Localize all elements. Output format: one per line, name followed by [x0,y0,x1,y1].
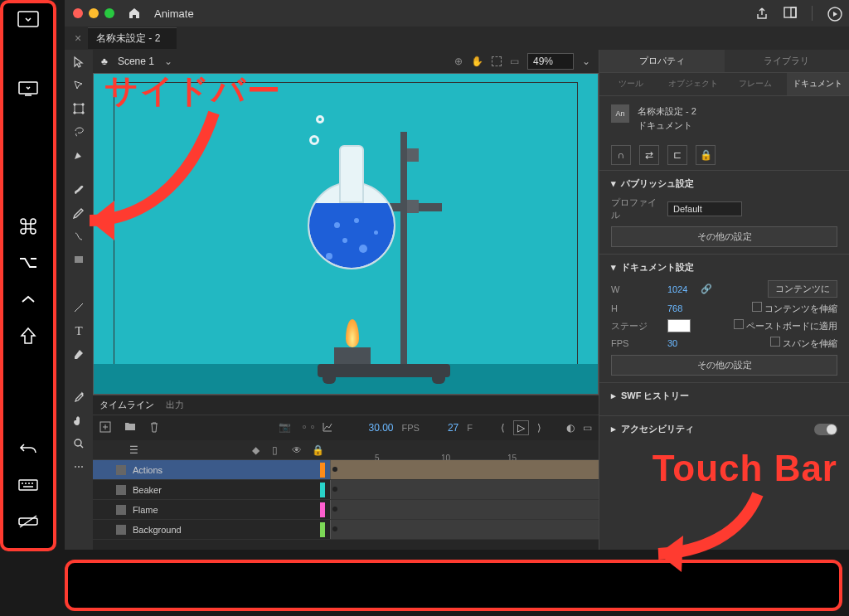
sidebar-icon-undo[interactable] [17,439,39,458]
fit-stage-icon[interactable]: ▭ [510,56,519,67]
align-icon[interactable]: ⇄ [639,145,659,165]
fullscreen-window-button[interactable] [104,8,114,18]
keyframe-icon[interactable] [332,507,337,512]
visibility-icon[interactable]: 👁 [292,444,303,456]
profile-field[interactable] [667,201,742,216]
close-window-button[interactable] [73,8,83,18]
tab-properties[interactable]: プロパティ [599,50,725,72]
rewind-icon[interactable]: ⟨ [501,422,505,434]
fps-value[interactable]: 30 [667,338,677,348]
highlight-icon[interactable]: ◆ [252,444,264,456]
add-layer-icon[interactable] [99,421,113,434]
stage-color-swatch[interactable] [667,319,691,332]
timeline-layer-row[interactable]: Actions [93,460,599,480]
new-folder-icon[interactable] [124,421,138,434]
sidebar-icon-window-down[interactable] [17,10,39,28]
subtab-tool[interactable]: ツール [599,73,662,95]
minimize-window-button[interactable] [89,8,99,18]
width-value[interactable]: 1024 [667,284,687,294]
stage-canvas[interactable] [93,73,599,395]
document-tab[interactable]: 名称未設定 - 2 [88,27,177,49]
sidebar-icon-screen-down[interactable] [17,80,39,98]
selection-tool-icon[interactable] [71,55,86,70]
lasso-tool-icon[interactable] [71,124,86,139]
chevron-right-icon[interactable]: ▸ [611,390,616,401]
play-icon[interactable] [827,7,841,20]
subtab-frame[interactable]: フレーム [725,73,787,95]
play-timeline-icon[interactable]: ▷ [513,420,529,435]
free-transform-tool-icon[interactable] [71,101,86,116]
ruler-icon[interactable]: ⊏ [667,145,687,165]
delete-layer-icon[interactable] [149,421,163,434]
scale-contents-checkbox[interactable] [752,302,762,312]
home-icon[interactable] [128,7,141,20]
chevron-down-icon[interactable]: ▾ [611,262,616,273]
link-wh-icon[interactable]: 🔗 [701,284,712,294]
chevron-down-icon[interactable]: ▾ [611,178,616,189]
sidebar-icon-shift[interactable] [17,327,39,345]
scene-menu-icon[interactable]: ♣ [101,56,108,67]
outline-icon[interactable]: ▯ [272,444,284,456]
zoom-chevron-icon[interactable]: ⌄ [582,56,590,67]
height-value[interactable]: 768 [667,303,682,313]
timeline-layer-row[interactable]: Flame [93,500,599,520]
sidebar-icon-option[interactable] [17,254,39,272]
snap-icon[interactable]: ∩ [611,145,631,165]
tab-output[interactable]: 出力 [166,399,184,411]
layer-track[interactable] [330,460,599,479]
tab-library[interactable]: ライブラリ [725,50,850,72]
line-tool-icon[interactable] [71,300,86,315]
brush-tool-icon[interactable] [71,182,86,197]
onion-skin-icon[interactable]: ◐ [566,422,575,434]
pencil-tool-icon[interactable] [71,206,86,221]
sidebar-icon-keyboard[interactable] [17,476,39,494]
more-tools-icon[interactable]: ⋯ [71,459,86,474]
chevron-down-icon[interactable]: ⌄ [164,56,172,67]
current-frame[interactable]: 27 [448,422,458,434]
chevron-right-icon[interactable]: ▸ [611,424,616,434]
forward-icon[interactable]: ⟩ [537,422,541,434]
eraser-tool-icon[interactable] [71,347,86,361]
layer-track[interactable] [330,480,599,499]
rotate-stage-icon[interactable]: ✋ [471,56,483,67]
subtab-document[interactable]: ドキュメント [787,73,849,95]
keyframe-icon[interactable] [332,487,337,492]
lock-icon[interactable]: 🔒 [312,444,323,456]
zoom-input[interactable] [527,53,574,70]
touch-bar[interactable] [65,560,842,611]
subselection-tool-icon[interactable] [71,78,86,93]
keyframe-icon[interactable] [332,526,337,531]
layer-parenting-icon[interactable]: ⚬⚬ [300,421,313,434]
center-stage-icon[interactable]: ⊕ [454,56,463,67]
match-contents-button[interactable]: コンテンツに [768,280,837,298]
workspace-icon[interactable] [784,7,797,20]
lock-doc-icon[interactable]: 🔒 [696,145,716,165]
scene-name[interactable]: Scene 1 [118,56,154,67]
graph-icon[interactable] [322,421,335,434]
eyedropper-tool-icon[interactable] [71,390,86,405]
layer-track[interactable] [330,500,599,519]
sidebar-icon-touchbar-disabled[interactable] [17,512,39,531]
layer-track[interactable] [330,520,599,539]
scale-span-checkbox[interactable] [770,337,780,347]
camera-icon[interactable]: 📷 [279,421,292,434]
pen-tool-icon[interactable] [71,148,86,162]
clip-stage-icon[interactable] [492,56,502,66]
more-settings-button-2[interactable]: その他の設定 [611,355,837,376]
rectangle-tool-icon[interactable] [71,252,86,267]
layers-stack-icon[interactable]: ☰ [129,444,138,456]
timeline-layer-row[interactable]: Background [93,520,599,540]
timeline-layer-row[interactable]: Beaker [93,480,599,500]
pasteboard-checkbox[interactable] [734,319,744,329]
tab-timeline[interactable]: タイムライン [99,399,154,411]
insert-frames-icon[interactable]: ▭ [583,422,592,434]
subtab-object[interactable]: オブジェクト [662,73,724,95]
zoom-tool-icon[interactable] [71,436,86,451]
keyframe-icon[interactable] [332,467,337,472]
more-settings-button[interactable]: その他の設定 [611,226,837,247]
asset-warp-tool-icon[interactable] [71,229,86,244]
text-tool-icon[interactable]: T [71,323,86,338]
fps-value[interactable]: 30.00 [368,422,393,434]
sidebar-icon-control[interactable] [17,290,39,308]
share-icon[interactable] [755,7,769,20]
